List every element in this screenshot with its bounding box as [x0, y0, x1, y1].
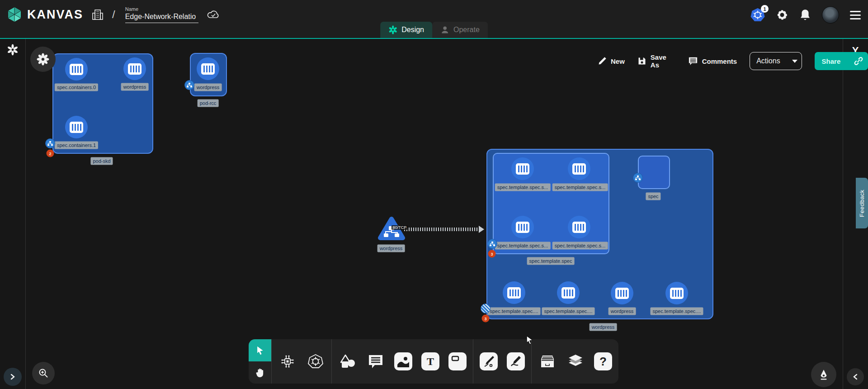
note-tool[interactable] — [448, 352, 467, 370]
container-node[interactable] — [568, 157, 590, 180]
group-label: pod-skd — [90, 157, 113, 165]
shapes-tool[interactable] — [338, 352, 357, 371]
node-label: spec.template.spec.s... — [495, 184, 551, 191]
container-node[interactable] — [568, 216, 590, 238]
design-action-bar: New Save As Comments Actions Share — [598, 51, 868, 71]
container-node[interactable] — [511, 216, 534, 238]
group-label: pod-rcc — [198, 100, 219, 107]
mode-tabs: Design Operate — [380, 22, 488, 38]
comment-tool[interactable] — [366, 352, 385, 371]
logo-text: KANVAS — [27, 8, 83, 22]
node-label: spec.containers.0 — [55, 84, 98, 91]
group-label: wordpress — [590, 323, 617, 331]
save-as-button-label: Save As — [651, 53, 675, 69]
settings-gear-icon[interactable] — [776, 9, 788, 21]
logo[interactable]: KANVAS — [6, 6, 83, 23]
container-icon — [561, 287, 575, 299]
name-field-value[interactable]: Edge-Network-Relatio — [125, 13, 198, 23]
pod-icon[interactable] — [184, 80, 194, 90]
flower-icon[interactable] — [30, 47, 56, 72]
drawer-tool[interactable] — [538, 352, 557, 371]
zoom-in-icon[interactable] — [32, 362, 55, 384]
comments-button-label: Comments — [702, 57, 737, 65]
container-icon — [516, 163, 529, 175]
menu-icon[interactable] — [850, 11, 861, 19]
tab-operate[interactable]: Operate — [432, 22, 488, 38]
header: KANVAS / Name Edge-Network-Relatio — [0, 0, 868, 39]
pencil-icon — [598, 57, 607, 66]
dropdown-caret-icon[interactable] — [787, 60, 802, 63]
component-tool[interactable] — [278, 352, 297, 371]
container-icon — [615, 288, 629, 299]
building-icon[interactable] — [91, 8, 104, 21]
feedback-tab[interactable]: Feedback — [856, 178, 868, 228]
design-name-field[interactable]: Name Edge-Network-Relatio — [125, 6, 198, 23]
pen-tool[interactable] — [480, 352, 498, 370]
notifications-bell-icon[interactable] — [799, 9, 811, 21]
container-node[interactable] — [197, 57, 219, 80]
container-node[interactable] — [611, 282, 633, 304]
container-node[interactable] — [123, 57, 146, 80]
container-icon — [670, 288, 684, 299]
layers-tool[interactable] — [566, 352, 585, 371]
canvas-toolbar: T ? — [249, 339, 618, 384]
pointer-tools — [249, 339, 271, 384]
deployment-icon[interactable] — [481, 304, 491, 313]
new-button[interactable]: New — [598, 57, 625, 66]
container-node[interactable] — [65, 116, 88, 138]
header-left: KANVAS / Name Edge-Network-Relatio — [6, 0, 220, 29]
actions-button-label[interactable]: Actions — [750, 57, 786, 65]
share-button-label[interactable]: Share — [815, 57, 848, 65]
left-rail — [0, 39, 26, 389]
spiral-icon[interactable] — [5, 42, 20, 57]
error-badge[interactable]: 2 — [47, 150, 54, 157]
node-label: spec.template.spec.s... — [552, 184, 608, 191]
node-label: spec.containers.1 — [55, 142, 98, 149]
node-label: spec.template.spec.... — [651, 308, 703, 315]
node-label: wordpress — [121, 83, 149, 91]
node-label: wordpress — [609, 308, 636, 315]
tab-design[interactable]: Design — [380, 22, 432, 38]
logo-hexagon-icon — [6, 6, 23, 23]
comments-button[interactable]: Comments — [688, 57, 737, 66]
error-badge[interactable]: 3 — [482, 315, 490, 323]
kubernetes-tool[interactable] — [306, 352, 325, 371]
help-tool[interactable]: ? — [594, 352, 612, 370]
edge-arrowhead — [479, 226, 484, 233]
pod-icon[interactable] — [633, 173, 643, 183]
container-node[interactable] — [65, 58, 88, 81]
container-icon — [70, 122, 83, 133]
node-label: spec.template.spec.... — [488, 308, 541, 315]
tab-design-label: Design — [401, 26, 424, 34]
group-spec[interactable] — [638, 156, 670, 189]
share-split-button[interactable]: Share — [815, 52, 868, 70]
cloud-check-icon — [207, 9, 220, 20]
sketch-tool[interactable] — [507, 352, 525, 370]
select-tool[interactable] — [249, 339, 271, 361]
pod-icon[interactable] — [45, 138, 55, 148]
container-node[interactable] — [503, 281, 525, 304]
container-node[interactable] — [511, 157, 534, 180]
node-label: wordpress — [377, 245, 405, 252]
actions-split-button[interactable]: Actions — [750, 52, 802, 70]
group-spec-template-spec[interactable] — [493, 153, 609, 254]
container-icon — [128, 63, 142, 75]
container-icon — [572, 163, 586, 175]
text-tool[interactable]: T — [421, 352, 439, 370]
pen-nib-icon[interactable] — [811, 362, 836, 387]
service-edge[interactable] — [404, 228, 480, 231]
design-spiral-icon — [388, 25, 397, 34]
pod-icon[interactable] — [487, 239, 497, 249]
image-tool[interactable] — [394, 352, 412, 370]
link-icon[interactable] — [848, 56, 868, 66]
chevron-right-icon[interactable] — [4, 368, 22, 386]
container-icon — [572, 222, 586, 233]
chevron-left-icon[interactable] — [847, 368, 864, 385]
container-node[interactable] — [557, 281, 580, 304]
error-badge[interactable]: 3 — [488, 250, 496, 258]
user-avatar[interactable] — [822, 6, 839, 24]
save-as-button[interactable]: Save As — [637, 53, 675, 69]
pan-tool[interactable] — [249, 361, 271, 384]
container-node[interactable] — [665, 282, 688, 304]
kubernetes-context-icon[interactable]: 1 — [750, 8, 765, 22]
